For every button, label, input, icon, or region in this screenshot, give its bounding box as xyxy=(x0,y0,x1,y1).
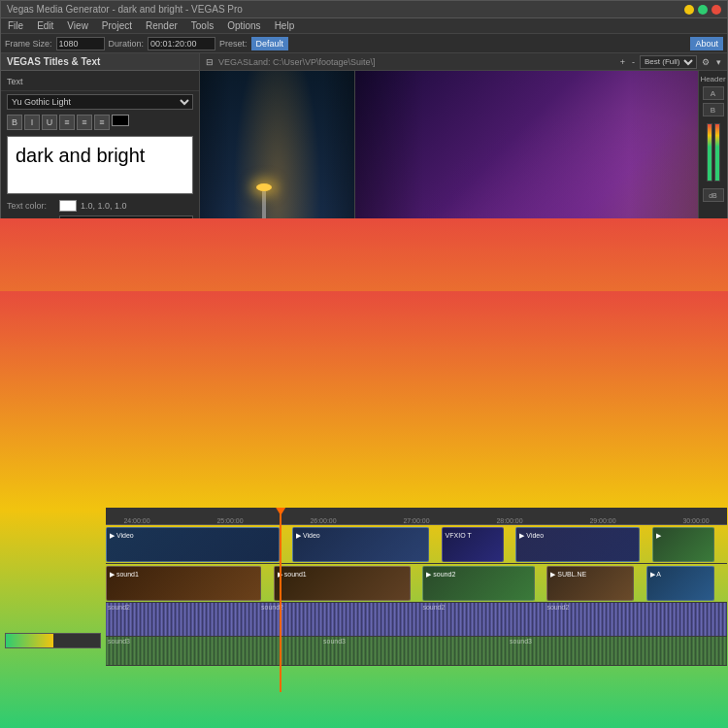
font-row: Yu Gothic Light Arial Times New Roman xyxy=(1,91,199,113)
title-bar: Vegas Media Generator - dark and bright … xyxy=(1,1,727,18)
street-light xyxy=(262,191,266,220)
clip-v1-b-label: ▶ Video xyxy=(293,531,323,540)
panel-title-bar: VEGAS Titles & Text xyxy=(1,53,199,71)
audio2-sound2: sound3 xyxy=(323,638,346,645)
underline-btn[interactable]: U xyxy=(42,115,57,130)
clip-v2-e-label: ▶ A xyxy=(647,570,664,579)
align-left-btn[interactable]: ≡ xyxy=(59,115,75,130)
text-section-label: Text xyxy=(7,77,23,86)
volume-meter-right xyxy=(714,123,720,182)
ruler-tick-7: 30:00:00 xyxy=(682,517,709,524)
timeline-ruler: 24:00:00 25:00:00 26:00:00 27:00:00 28:0… xyxy=(106,508,727,525)
menu-edit[interactable]: Edit xyxy=(34,20,56,31)
font-selector[interactable]: Yu Gothic Light Arial Times New Roman xyxy=(7,94,193,110)
clip-v2-b-label: ▶ sound1 xyxy=(275,570,310,579)
clip-v2-c[interactable]: ▶ sound2 xyxy=(422,566,534,601)
clip-v2-d-label: ▶ SUBL.NE xyxy=(547,570,589,579)
zoom-in-btn[interactable]: + xyxy=(618,57,627,67)
preview-more-btn[interactable]: ▾ xyxy=(714,57,723,67)
clip-v2-b[interactable]: ▶ sound1 xyxy=(274,566,411,601)
menu-render[interactable]: Render xyxy=(143,20,181,31)
audio-track-2[interactable]: sound3 sound3 sound3 xyxy=(106,637,727,666)
volume-meters xyxy=(707,123,720,182)
clip-v1-a-label: ▶ Video xyxy=(107,531,137,540)
duration-label: Duration: xyxy=(109,39,145,49)
clip-v1-c-label: ▶ Video xyxy=(516,531,546,540)
clip-v2-c-label: ▶ sound2 xyxy=(423,570,458,579)
side-btn-2[interactable]: B xyxy=(703,103,724,116)
audio1-sound2: sound2 xyxy=(261,604,283,611)
window-controls xyxy=(684,5,721,15)
timeline-body: Vol Level: 100.0 % M S FX xyxy=(1,508,727,692)
menu-view[interactable]: View xyxy=(64,20,91,31)
style-buttons: B I U ≡ ≡ ≡ xyxy=(1,113,199,132)
clip-title-label: VFXIO T xyxy=(443,531,475,540)
side-btn-1[interactable]: A xyxy=(703,86,724,100)
toolbar-row: Frame Size: Duration: Preset: Default Ab… xyxy=(1,34,727,53)
video-track-2[interactable]: ▶ sound1 ▶ sound1 ▶ sound2 ▶ SUBL.NE ▶ A xyxy=(106,564,727,603)
frame-size-label: Frame Size: xyxy=(5,39,52,49)
minimize-btn[interactable] xyxy=(684,5,694,15)
preview-area: dark and bright Header A B xyxy=(200,71,727,473)
view-mode-select[interactable]: Best (Full) xyxy=(640,55,697,69)
menu-options[interactable]: Options xyxy=(224,20,263,31)
text-section: Text xyxy=(1,71,199,91)
menu-tools[interactable]: Tools xyxy=(188,20,216,31)
duration-input[interactable] xyxy=(148,37,215,50)
clip-v1-b[interactable]: ▶ Video xyxy=(292,527,429,562)
audio1-label: sound2 xyxy=(108,604,130,611)
menu-project[interactable]: Project xyxy=(99,20,135,31)
ruler-tick-5: 28:00:00 xyxy=(496,517,522,524)
preview-settings-btn[interactable]: ⚙ xyxy=(700,57,711,67)
playhead-head xyxy=(276,508,285,515)
timeline-tracks: 24:00:00 25:00:00 26:00:00 27:00:00 28:0… xyxy=(106,508,727,692)
audio-track-1[interactable]: sound2 sound2 sound2 sound2 xyxy=(106,603,727,637)
audio2-label: sound3 xyxy=(108,638,130,645)
ruler-tick-3: 26:00:00 xyxy=(310,517,336,524)
window-title: Vegas Media Generator - dark and bright … xyxy=(7,4,243,15)
align-right-btn[interactable]: ≡ xyxy=(94,115,110,130)
align-center-btn[interactable]: ≡ xyxy=(77,115,92,130)
clip-v1-d[interactable]: ▶ xyxy=(652,527,714,562)
audio1-sound4: sound2 xyxy=(546,604,569,611)
header-label: Header xyxy=(700,75,725,83)
text-color-swatch[interactable] xyxy=(112,115,129,126)
default-preset-btn[interactable]: Default xyxy=(251,37,289,50)
preset-label: Preset: xyxy=(219,39,248,49)
bold-btn[interactable]: B xyxy=(7,115,22,130)
clip-v1-d-label: ▶ xyxy=(653,531,664,540)
side-db-btn[interactable]: dB xyxy=(703,188,724,202)
split-view-btn[interactable]: ⊟ xyxy=(204,57,215,67)
app-window: Vegas Media Generator - dark and bright … xyxy=(0,0,728,728)
clip-v2-a-label: ▶ sound1 xyxy=(107,570,142,579)
menu-bar: File Edit View Project Render Tools Opti… xyxy=(1,18,727,34)
panel-title: VEGAS Titles & Text xyxy=(7,56,100,67)
audio1-sound3: sound2 xyxy=(422,604,445,611)
maximize-btn[interactable] xyxy=(698,5,708,15)
frame-size-input[interactable] xyxy=(56,37,105,50)
right-area: ⊟ VEGASLand: C:\User\VP\footage\Suite\] … xyxy=(200,53,727,488)
text-editor[interactable]: dark and bright xyxy=(7,136,193,194)
volume-meter-left xyxy=(707,123,712,182)
clip-v2-a[interactable]: ▶ sound1 xyxy=(106,566,261,601)
clip-v1-c[interactable]: ▶ Video xyxy=(515,527,640,562)
text-color-label: Text color: xyxy=(7,201,55,211)
video-track-1[interactable]: ▶ Video ▶ Video VFXIO T ▶ Video ▶ xyxy=(106,525,727,564)
audio2-sound3: sound3 xyxy=(510,638,532,645)
clip-title[interactable]: VFXIO T xyxy=(442,527,504,562)
menu-help[interactable]: Help xyxy=(272,20,298,31)
menu-file[interactable]: File xyxy=(5,20,26,31)
audio-wave-1 xyxy=(106,603,727,636)
clip-v2-d[interactable]: ▶ SUBL.NE xyxy=(546,566,634,601)
audio-level-fill xyxy=(6,634,53,647)
zoom-out-btn[interactable]: - xyxy=(630,57,637,67)
close-btn[interactable] xyxy=(711,5,721,15)
italic-btn[interactable]: I xyxy=(24,115,40,130)
clip-v2-e[interactable]: ▶ A xyxy=(646,566,714,601)
ruler-tick-2: 25:00:00 xyxy=(216,517,243,524)
about-btn[interactable]: About xyxy=(690,37,723,50)
side-panel: Header A B dB xyxy=(698,71,727,473)
clip-v1-a[interactable]: ▶ Video xyxy=(106,527,280,562)
color-swatch-white[interactable] xyxy=(59,200,77,212)
preview-toolbar: ⊟ VEGASLand: C:\User\VP\footage\Suite\] … xyxy=(200,53,727,71)
